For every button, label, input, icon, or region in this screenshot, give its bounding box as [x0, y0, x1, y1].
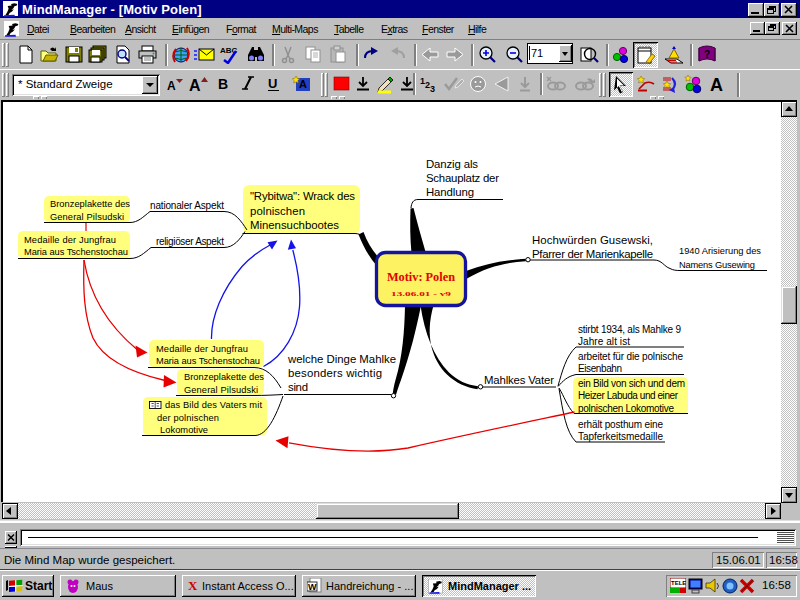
svg-text:A: A — [299, 78, 307, 90]
svg-text:Bronzeplakette des: Bronzeplakette des — [184, 372, 264, 382]
svg-text:B: B — [218, 76, 228, 92]
svg-text:Minensuchbootes: Minensuchbootes — [250, 219, 339, 231]
svg-text:polnischen: polnischen — [250, 205, 305, 217]
svg-text:?: ? — [704, 49, 710, 60]
svg-text:nationaler Aspekt: nationaler Aspekt — [150, 200, 224, 211]
svg-text:Lokomotive: Lokomotive — [160, 425, 208, 435]
svg-text:Maria aus Tschenstochau: Maria aus Tschenstochau — [156, 356, 260, 366]
svg-text:3: 3 — [430, 84, 435, 93]
svg-text:Medaille der Jungfrau: Medaille der Jungfrau — [24, 235, 116, 245]
svg-text:Maria aus Tschenstochau: Maria aus Tschenstochau — [24, 247, 128, 257]
svg-text:Handlung: Handlung — [426, 186, 474, 198]
svg-text:Heizer Labuda und einer: Heizer Labuda und einer — [578, 390, 679, 401]
svg-text:Tapferkeitsmedaille: Tapferkeitsmedaille — [578, 431, 663, 442]
svg-text:Bronzeplakette des: Bronzeplakette des — [50, 199, 130, 209]
svg-text:13.06.01 - v9: 13.06.01 - v9 — [391, 290, 452, 297]
svg-text:erhält posthum eine: erhält posthum eine — [578, 419, 663, 430]
svg-text:der polnischen: der polnischen — [157, 413, 219, 423]
svg-text:TELE: TELE — [671, 580, 686, 586]
svg-text:Schauplatz der: Schauplatz der — [426, 172, 499, 184]
svg-text:Medaille der Jungfrau: Medaille der Jungfrau — [156, 344, 248, 354]
svg-text:Jahre alt ist: Jahre alt ist — [578, 336, 630, 347]
svg-text:ein Bild von sich und dem: ein Bild von sich und dem — [578, 378, 685, 389]
svg-text:A: A — [189, 77, 201, 94]
svg-text:Danzig als: Danzig als — [426, 158, 478, 170]
svg-text:Mahlkes Vater: Mahlkes Vater — [484, 374, 554, 386]
svg-text:stirbt 1934, als Mahlke 9: stirbt 1934, als Mahlke 9 — [578, 324, 681, 335]
svg-text:besonders wichtig: besonders wichtig — [288, 367, 382, 379]
svg-text:W: W — [308, 582, 317, 592]
svg-text:religiöser Aspekt: religiöser Aspekt — [156, 236, 224, 247]
svg-text:Hochwürden Gusewski,: Hochwürden Gusewski, — [532, 234, 653, 246]
svg-text:"Rybitwa": Wrack des: "Rybitwa": Wrack des — [250, 190, 355, 202]
svg-text:1940 Arisierung des: 1940 Arisierung des — [679, 246, 761, 256]
svg-text:A: A — [167, 79, 176, 93]
svg-text:sind: sind — [288, 381, 308, 393]
svg-text:Pfarrer der Marienkapelle: Pfarrer der Marienkapelle — [532, 248, 653, 260]
svg-text:A: A — [710, 75, 723, 95]
svg-text:welche Dinge Mahlke: welche Dinge Mahlke — [287, 353, 396, 365]
svg-text:polnischen Lokomotive: polnischen Lokomotive — [578, 403, 674, 414]
svg-text:General Pilsudski: General Pilsudski — [50, 212, 124, 222]
svg-text:Eisenbahn: Eisenbahn — [578, 363, 622, 374]
svg-text:Motiv: Polen: Motiv: Polen — [387, 269, 455, 284]
svg-text:arbeitet für die polnische: arbeitet für die polnische — [578, 351, 683, 362]
svg-text:U: U — [268, 76, 277, 91]
svg-text:Namens Gusewing: Namens Gusewing — [679, 260, 755, 270]
svg-text:General Pilsudski: General Pilsudski — [184, 385, 258, 395]
svg-text:das Bild des Vaters mit: das Bild des Vaters mit — [165, 400, 262, 410]
